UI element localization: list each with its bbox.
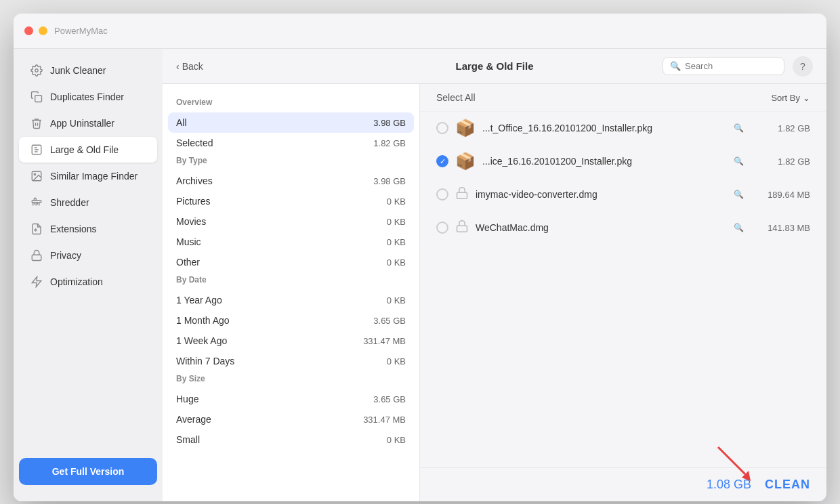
sidebar-item-optimization[interactable]: Optimization: [19, 269, 157, 295]
file-type-icon: 📦: [455, 152, 476, 171]
filter-row-1-week-ago[interactable]: 1 Week Ago 331.47 MB: [163, 331, 419, 351]
file-checkbox[interactable]: [436, 188, 448, 201]
file-checkbox[interactable]: [436, 122, 448, 134]
select-all-label[interactable]: Select All: [436, 92, 476, 103]
sidebar-item-shredder[interactable]: Shredder: [19, 190, 157, 215]
file-type-icon: 📦: [455, 119, 476, 138]
file-search-icon[interactable]: 🔍: [734, 156, 744, 166]
svg-point-4: [34, 173, 35, 175]
file-checkbox[interactable]: [436, 155, 448, 167]
filter-row-pictures[interactable]: Pictures 0 KB: [163, 191, 419, 211]
svg-marker-6: [35, 229, 37, 231]
svg-rect-1: [35, 96, 42, 102]
file-size: 141.83 MB: [756, 223, 810, 233]
sidebar-nav: Junk Cleaner Duplicates Finder App Unins…: [14, 57, 163, 295]
sidebar-item-duplicates-finder[interactable]: Duplicates Finder: [19, 84, 157, 110]
filter-row-value: 0 KB: [387, 217, 406, 227]
filter-row-all[interactable]: All 3.98 GB: [168, 112, 414, 133]
copy-icon: [30, 90, 43, 104]
sidebar-item-large-old-file[interactable]: Large & Old File: [19, 137, 157, 163]
file-icon: [30, 143, 43, 156]
filter-row-label: Within 7 Days: [176, 356, 234, 366]
filter-row-label: 1 Week Ago: [176, 335, 227, 346]
sidebar-item-privacy[interactable]: Privacy: [19, 243, 157, 268]
content-area: Junk Cleaner Duplicates Finder App Unins…: [14, 49, 826, 501]
filter-row-value: 3.65 GB: [373, 394, 406, 404]
shredder-icon: [30, 196, 43, 209]
filter-row-label: Selected: [176, 138, 213, 148]
close-button[interactable]: [24, 26, 33, 35]
filter-panel: Overview All 3.98 GB Selected 1.82 GB By…: [163, 84, 420, 501]
filter-row-value: 0 KB: [387, 196, 406, 207]
sidebar-item-junk-cleaner[interactable]: Junk Cleaner: [19, 58, 157, 83]
optimization-icon: [30, 275, 43, 289]
filter-row-label: Huge: [176, 394, 198, 404]
filter-row-label: All: [176, 117, 187, 128]
header-right: 🔍 ?: [663, 56, 813, 77]
sidebar-item-label: Optimization: [50, 276, 103, 287]
file-name: ...ice_16.16.20101200_Installer.pkg: [482, 156, 727, 167]
file-search-icon[interactable]: 🔍: [734, 190, 744, 199]
filter-row-within-7-days[interactable]: Within 7 Days 0 KB: [163, 351, 419, 371]
search-input[interactable]: [685, 61, 777, 71]
filter-section-title: By Type: [163, 153, 419, 171]
filter-row-average[interactable]: Average 331.47 MB: [163, 409, 419, 429]
gear-icon: [30, 64, 43, 77]
main-panel: ‹ Back Large & Old File 🔍 ? Overview All: [163, 49, 826, 501]
sidebar-item-similar-image-finder[interactable]: Similar Image Finder: [19, 163, 157, 189]
filter-row-movies[interactable]: Movies 0 KB: [163, 211, 419, 232]
sort-by-button[interactable]: Sort By ⌄: [771, 93, 810, 103]
app-window: PowerMyMac Junk Cleaner Duplicates Finde…: [14, 14, 826, 501]
file-footer: 1.08 GB CLEAN: [420, 467, 826, 501]
svg-marker-8: [32, 277, 41, 287]
sidebar-item-label: Large & Old File: [50, 144, 119, 155]
chevron-left-icon: ‹: [176, 61, 180, 72]
file-checkbox[interactable]: [436, 222, 448, 234]
filter-row-value: 1.82 GB: [373, 138, 406, 148]
filter-row-archives[interactable]: Archives 3.98 GB: [163, 171, 419, 191]
back-button[interactable]: ‹ Back: [176, 61, 203, 72]
filter-row-music[interactable]: Music 0 KB: [163, 232, 419, 252]
file-search-icon[interactable]: 🔍: [734, 223, 744, 232]
search-box[interactable]: 🔍: [663, 57, 784, 75]
svg-point-0: [35, 69, 39, 72]
minimize-button[interactable]: [39, 26, 47, 35]
filter-row-value: 331.47 MB: [363, 336, 406, 346]
app-name: PowerMyMac: [54, 26, 108, 36]
trash-icon: [30, 117, 43, 130]
filter-row-small[interactable]: Small 0 KB: [163, 429, 419, 450]
file-size: 1.82 GB: [756, 156, 810, 167]
file-type-icon: [455, 218, 469, 237]
sidebar-item-extensions[interactable]: Extensions: [19, 216, 157, 242]
file-size: 189.64 MB: [756, 190, 810, 200]
file-size: 1.82 GB: [756, 123, 810, 133]
filter-row-value: 3.98 GB: [373, 176, 406, 186]
filter-row-label: 1 Month Ago: [176, 315, 230, 326]
file-type-icon: [455, 185, 469, 204]
filter-section-title: By Size: [163, 371, 419, 389]
help-button[interactable]: ?: [793, 56, 813, 77]
svg-line-11: [718, 447, 745, 474]
table-row: WeChatMac.dmg🔍141.83 MB: [420, 211, 826, 245]
table-row: imymac-video-converter.dmg🔍189.64 MB: [420, 178, 826, 211]
filter-row-huge[interactable]: Huge 3.65 GB: [163, 389, 419, 409]
filter-row-1-year-ago[interactable]: 1 Year Ago 0 KB: [163, 290, 419, 310]
filter-row-value: 3.65 GB: [373, 316, 406, 326]
clean-button[interactable]: CLEAN: [765, 478, 810, 492]
sidebar-item-label: Junk Cleaner: [50, 65, 106, 76]
sidebar-item-label: Privacy: [50, 250, 81, 261]
get-full-version-button[interactable]: Get Full Version: [19, 458, 157, 485]
filter-row-value: 0 KB: [387, 295, 406, 306]
filter-row-label: 1 Year Ago: [176, 295, 222, 306]
filter-row-value: 0 KB: [387, 435, 406, 445]
sidebar-item-app-uninstaller[interactable]: App Uninstaller: [19, 110, 157, 136]
filter-row-other[interactable]: Other 0 KB: [163, 252, 419, 272]
arrow-indicator: [705, 440, 759, 495]
filter-row-selected[interactable]: Selected 1.82 GB: [163, 133, 419, 153]
search-icon: 🔍: [670, 61, 681, 71]
traffic-lights: [24, 26, 47, 35]
table-row: 📦...t_Office_16.16.20101200_Installer.pk…: [420, 112, 826, 145]
table-row: 📦...ice_16.16.20101200_Installer.pkg🔍1.8…: [420, 145, 826, 178]
file-search-icon[interactable]: 🔍: [734, 123, 744, 133]
filter-row-1-month-ago[interactable]: 1 Month Ago 3.65 GB: [163, 310, 419, 331]
